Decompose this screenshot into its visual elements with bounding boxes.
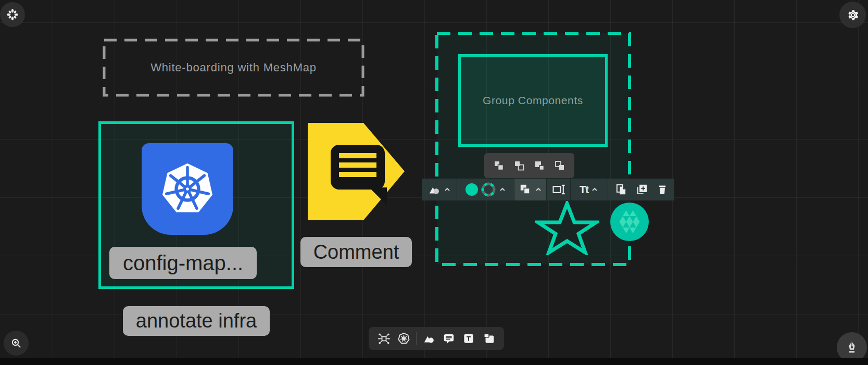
bring-forward-button[interactable]	[491, 158, 507, 173]
meshery-menu-button[interactable]	[0, 2, 25, 27]
note-dock-button[interactable]	[481, 331, 497, 346]
mesh-sync-button[interactable]	[376, 331, 392, 346]
send-backward-button[interactable]	[532, 158, 547, 173]
star-shape[interactable]	[535, 201, 599, 255]
zoom-in-icon	[10, 337, 22, 349]
kubernetes-dock-button[interactable]	[396, 331, 412, 346]
sticky-note-whiteboarding[interactable]: White-boarding with MeshMap	[103, 39, 364, 97]
resize-handle-button[interactable]	[551, 182, 566, 197]
kubernetes-icon	[151, 153, 224, 225]
fill-color-button[interactable]	[465, 183, 479, 196]
chevron-up-icon[interactable]	[498, 185, 507, 194]
copy-icon	[614, 183, 628, 196]
note-text: White-boarding with MeshMap	[103, 39, 364, 97]
border-style-icon	[481, 182, 496, 197]
text-style-button[interactable]: Tt	[580, 184, 588, 196]
trash-icon	[656, 183, 669, 196]
layer-order-popup	[484, 153, 574, 178]
layers-button[interactable]	[519, 183, 532, 196]
kubernetes-icon	[397, 332, 411, 346]
bring-to-front-button[interactable]	[511, 158, 527, 173]
actions-section	[608, 179, 674, 200]
group-components-box[interactable]: Group Components	[458, 54, 608, 147]
gear-icon	[846, 8, 860, 22]
shapes-icon	[422, 332, 436, 345]
layers-section	[514, 179, 547, 200]
text-style-label: Tt	[580, 184, 588, 196]
comment-label[interactable]: Comment	[300, 237, 412, 267]
resize-section	[547, 179, 571, 200]
annotation-label[interactable]: annotate infra	[123, 306, 270, 336]
zoom-button[interactable]	[4, 331, 29, 356]
comment-label-text: Comment	[313, 241, 399, 263]
layer5-pattern-circle[interactable]	[610, 203, 649, 241]
note-icon	[482, 332, 496, 345]
kubernetes-node[interactable]	[142, 143, 233, 235]
context-toolbar: Tt	[422, 179, 674, 200]
component-name-text: config-map...	[123, 251, 243, 275]
group-components-text: Group Components	[483, 94, 583, 107]
bottom-dock	[369, 327, 504, 350]
shapes-dropdown-button[interactable]	[427, 183, 441, 196]
bring-forward-icon	[493, 159, 505, 172]
send-backward-icon	[533, 159, 546, 172]
layers-icon	[519, 183, 532, 196]
chevron-up-icon[interactable]	[443, 185, 451, 194]
meshery-logo-icon	[6, 8, 19, 21]
shapes-dock-button[interactable]	[421, 331, 437, 346]
pen-nib-icon	[845, 340, 859, 355]
text-style-section: Tt	[571, 179, 608, 200]
dock-divider	[416, 332, 417, 345]
footer-strip	[0, 358, 868, 365]
style-section	[457, 179, 514, 200]
annotation-text: annotate infra	[136, 310, 257, 332]
whiteboard-canvas[interactable]: White-boarding with MeshMap	[0, 0, 868, 365]
mesh-sync-icon	[377, 332, 391, 346]
chevron-up-icon[interactable]	[590, 185, 599, 194]
text-dock-button[interactable]	[461, 331, 476, 346]
settings-button[interactable]	[839, 2, 866, 28]
comment-icon	[442, 332, 456, 345]
delete-button[interactable]	[656, 183, 669, 196]
duplicate-add-button[interactable]	[635, 183, 649, 196]
comment-dock-button[interactable]	[441, 331, 457, 346]
shapes-icon	[427, 183, 441, 196]
component-name-label[interactable]: config-map...	[109, 247, 257, 279]
send-to-back-button[interactable]	[552, 158, 568, 173]
bring-to-front-icon	[513, 159, 525, 172]
border-style-button[interactable]	[481, 182, 496, 197]
resize-handle-icon	[551, 182, 566, 197]
send-to-back-icon	[553, 159, 566, 172]
chevron-up-icon[interactable]	[534, 185, 543, 194]
shapes-section	[422, 179, 457, 200]
comment-shape[interactable]	[308, 123, 405, 220]
copy-button[interactable]	[614, 183, 628, 196]
duplicate-add-icon	[635, 183, 649, 196]
text-icon	[462, 332, 475, 345]
fill-color-swatch	[465, 183, 479, 196]
